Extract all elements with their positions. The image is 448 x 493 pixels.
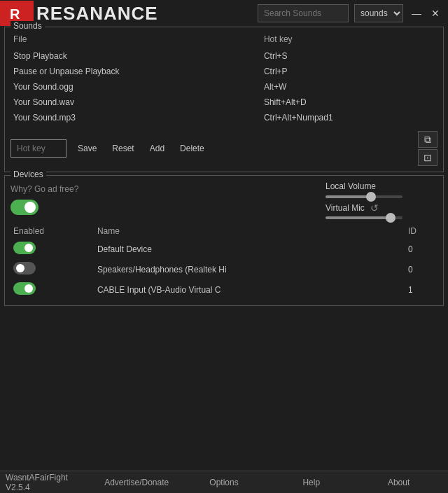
local-volume-slider[interactable] (326, 195, 402, 198)
device-enabled-cell (10, 279, 94, 300)
main-toggle[interactable] (10, 200, 38, 215)
footer-about[interactable]: About (355, 478, 442, 487)
device-toggle[interactable] (13, 282, 36, 295)
logo-text: RESANANCE (36, 3, 158, 25)
virtual-mic-slider-container (326, 216, 402, 219)
hotkey-cell: Shift+Alt+D (222, 95, 438, 110)
hotkey-cell: Ctrl+Alt+Numpad1 (222, 110, 438, 125)
device-name-cell: Speakers/Headphones (Realtek Hi (94, 259, 405, 279)
virtual-mic-slider[interactable] (326, 216, 402, 219)
devices-legend: Devices (10, 169, 46, 179)
devices-section: Devices Why? Go ad free? Local Volume Vi… (4, 175, 444, 306)
ad-free-text: Why? Go ad free? (10, 181, 326, 197)
footer-options[interactable]: Options (181, 478, 268, 487)
device-enabled-cell (10, 259, 94, 279)
device-id-cell: 1 (405, 279, 438, 300)
table-row[interactable]: Your Sound.wav Shift+Alt+D (10, 95, 438, 110)
sounds-dropdown[interactable]: sounds hotkeys (354, 4, 403, 22)
svg-text:R: R (10, 6, 20, 22)
device-id-cell: 0 (405, 239, 438, 259)
minimize-button[interactable]: — (409, 6, 424, 20)
list-item: Speakers/Headphones (Realtek Hi 0 (10, 259, 438, 279)
icon-btns: ⧉ ⊡ (418, 131, 438, 166)
sounds-tbody: Stop Playback Ctrl+S Pause or Unpause Pl… (10, 48, 438, 125)
file-cell: Pause or Unpause Playback (10, 64, 222, 79)
refresh-button[interactable]: ↺ (369, 202, 380, 214)
device-toggle[interactable] (13, 242, 36, 254)
search-input[interactable] (258, 4, 349, 22)
close-button[interactable]: ✕ (428, 6, 442, 20)
footer-advertise[interactable]: Advertise/Donate (93, 478, 181, 487)
local-volume-label: Local Volume (326, 181, 376, 191)
col-hotkey: Hot key (222, 33, 438, 48)
footer-version: WasntAFairFight V2.5.4 (6, 473, 93, 492)
virtual-mic-area: Virtual Mic ↺ (326, 202, 402, 219)
device-enabled-cell (10, 239, 94, 259)
copy-icon-button[interactable]: ⧉ (418, 131, 438, 148)
col-name: Name (94, 225, 405, 239)
table-row[interactable]: Your Sound.ogg Alt+W (10, 79, 438, 95)
paste-icon-button[interactable]: ⊡ (418, 149, 438, 166)
hotkey-cell: Ctrl+P (222, 64, 438, 79)
device-toggle[interactable] (13, 262, 36, 275)
file-cell: Stop Playback (10, 48, 222, 64)
col-file: File (10, 33, 222, 48)
file-cell: Your Sound.ogg (10, 79, 222, 95)
devices-table: Enabled Name ID Default Device 0 (10, 225, 438, 300)
devices-top-left: Why? Go ad free? (10, 181, 326, 215)
add-button[interactable]: Add (146, 142, 169, 155)
device-name-cell: Default Device (94, 239, 405, 259)
list-item: CABLE Input (VB-Audio Virtual C 1 (10, 279, 438, 300)
sounds-section: Sounds File Hot key Stop Playback Ctrl+S… (4, 27, 444, 172)
local-volume-slider-container (326, 195, 402, 198)
save-button[interactable]: Save (74, 142, 101, 155)
table-row[interactable]: Pause or Unpause Playback Ctrl+P (10, 64, 438, 79)
hotkey-cell: Alt+W (222, 79, 438, 95)
sounds-table: File Hot key Stop Playback Ctrl+S Pause … (10, 33, 438, 125)
title-bar-controls: sounds hotkeys — ✕ (258, 4, 442, 22)
devices-top-right: Local Volume Virtual Mic ↺ (326, 181, 438, 219)
device-name-cell: CABLE Input (VB-Audio Virtual C (94, 279, 405, 300)
virtual-mic-label: Virtual Mic (326, 203, 365, 213)
file-cell: Your Sound.mp3 (10, 110, 222, 125)
sounds-toolbar: Save Reset Add Delete ⧉ ⊡ (10, 131, 438, 166)
list-item: Default Device 0 (10, 239, 438, 259)
hotkey-cell: Ctrl+S (222, 48, 438, 64)
devices-tbody: Default Device 0 Speakers/Headphones (Re… (10, 239, 438, 300)
col-enabled: Enabled (10, 225, 94, 239)
device-id-cell: 0 (405, 259, 438, 279)
devices-top: Why? Go ad free? Local Volume Virtual Mi… (10, 181, 438, 219)
hotkey-input[interactable] (10, 139, 66, 158)
table-row[interactable]: Stop Playback Ctrl+S (10, 48, 438, 64)
title-bar: R RESANANCE sounds hotkeys — ✕ (0, 0, 448, 25)
win-controls: — ✕ (409, 6, 442, 20)
file-cell: Your Sound.wav (10, 95, 222, 110)
footer-help[interactable]: Help (267, 478, 355, 487)
col-id: ID (405, 225, 438, 239)
footer: WasntAFairFight V2.5.4 Advertise/Donate … (0, 471, 448, 493)
reset-button[interactable]: Reset (108, 142, 138, 155)
delete-button[interactable]: Delete (176, 142, 209, 155)
table-row[interactable]: Your Sound.mp3 Ctrl+Alt+Numpad1 (10, 110, 438, 125)
toggle-and-virtual (10, 200, 326, 215)
virtual-mic-row: Virtual Mic ↺ (326, 202, 402, 214)
sounds-legend: Sounds (10, 21, 45, 31)
